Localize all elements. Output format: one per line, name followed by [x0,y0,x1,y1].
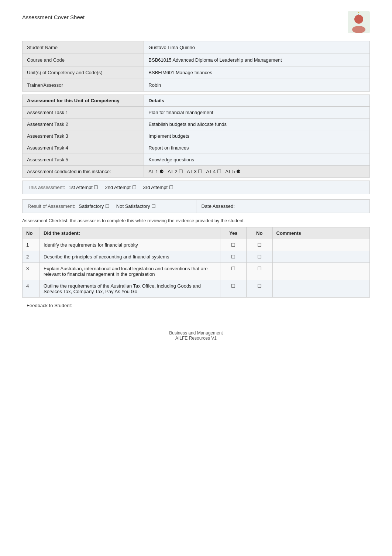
attempt2-label: 2nd Attempt ☐ [105,185,142,190]
checklist-text: Explain Australian, international and lo… [40,263,220,280]
at-conducted-label: Assessment conducted in this instance: [23,166,144,178]
result-label: Result of Assessment: [28,203,75,209]
checklist-text: Outline the requirements of the Australi… [40,280,220,298]
info-value: Gustavo Lima Quirino [144,41,370,54]
task-row: Assessment Task 3 Implement budgets [23,130,370,142]
at-item: AT 1 ⚈ [148,169,168,174]
at-item: AT 3 ☐ [187,169,206,174]
checklist-row: 1 Identify the requirements for financia… [23,239,370,251]
date-label: Date Assessed: [202,203,235,209]
col-header-no-col: No [246,227,272,239]
info-value: BSB61015 Advanced Diploma of Leadership … [144,54,370,66]
task-row: Assessment Task 4 Report on finances [23,142,370,154]
task-label: Assessment Task 4 [23,142,144,154]
info-row: Student Name Gustavo Lima Quirino [23,41,370,54]
checklist-yes: ☐ [220,239,247,251]
svg-point-1 [354,15,363,24]
checklist-comments [272,263,369,280]
info-label: Student Name [23,41,144,54]
attempt3-label: 3rd Attempt ☐ [143,185,173,190]
tasks-header-row: Assessment for this Unit of Competency D… [23,95,370,107]
col-header-yes: Yes [220,227,247,239]
task-label: Assessment Task 2 [23,119,144,130]
result-cell: Result of Assessment: Satisfactory ☐ Not… [23,200,196,213]
checklist-comments [272,251,369,263]
checklist-yes: ☐ [220,280,247,298]
task-row: Assessment Task 1 Plan for financial man… [23,107,370,119]
at-item: AT 2 ☐ [168,169,187,174]
task-row: Assessment Task 2 Establish budgets and … [23,119,370,130]
task-value: Plan for financial management [144,107,370,119]
info-label: Course and Code [23,54,144,66]
info-table: Student Name Gustavo Lima Quirino Course… [22,41,370,92]
svg-point-2 [352,26,365,33]
date-cell: Date Assessed: [196,200,370,213]
info-row: Course and Code BSB61015 Advanced Diplom… [23,54,370,66]
checklist-yes: ☐ [220,263,247,280]
tasks-header-value: Details [144,95,370,107]
at-item: AT 5 ⚈ [225,169,245,174]
info-row: Unit(s) of Competency and Code(s) BSBFIM… [23,66,370,79]
checklist-no-col: ☐ [246,280,272,298]
info-value: Robin [144,79,370,92]
checklist-note: Assessment Checklist: the assessor is to… [22,218,370,223]
task-label: Assessment Task 1 [23,107,144,119]
task-value: Implement budgets [144,130,370,142]
col-header-comments: Comments [272,227,369,239]
checklist-yes: ☐ [220,251,247,263]
feedback-label: Feedback to Student: [22,300,77,311]
info-value: BSBFIM601 Manage finances [144,66,370,79]
page-title: Assessment Cover Sheet [22,11,85,20]
attempt-section: This assessment: 1st Attempt ☐ 2nd Attem… [22,181,370,194]
attempt-cell-this: This assessment: 1st Attempt ☐ 2nd Attem… [23,181,369,194]
col-header-did: Did the student: [40,227,220,239]
at-row: Assessment conducted in this instance: A… [23,166,370,178]
checklist-table: No Did the student: Yes No Comments 1 Id… [22,227,370,298]
checklist-header-row: No Did the student: Yes No Comments [23,227,370,239]
col-header-no: No [23,227,40,239]
checklist-no: 2 [23,251,40,263]
header: Assessment Cover Sheet [22,11,370,34]
logo [348,11,370,34]
tasks-header-label: Assessment for this Unit of Competency [23,95,144,107]
at-items: AT 1 ⚈ AT 2 ☐ AT 3 ☐ AT 4 ☐ AT 5 ⚈ [144,166,370,178]
task-label: Assessment Task 3 [23,130,144,142]
satisfactory-option: Satisfactory ☐ [79,203,115,209]
checklist-text: Describe the principles of accounting an… [40,251,220,263]
this-assessment-label: This assessment: [28,185,65,190]
checklist-no: 3 [23,263,40,280]
task-value: Knowledge questions [144,154,370,166]
task-row: Assessment Task 5 Knowledge questions [23,154,370,166]
tasks-table: Assessment for this Unit of Competency D… [22,95,370,178]
checklist-no-col: ☐ [246,239,272,251]
result-section: Result of Assessment: Satisfactory ☐ Not… [22,199,370,213]
attempt1-label: 1st Attempt ☐ [69,185,104,190]
checklist-row: 3 Explain Australian, international and … [23,263,370,280]
info-label: Trainer/Assessor [23,79,144,92]
checklist-row: 4 Outline the requirements of the Austra… [23,280,370,298]
logo-icon [348,11,370,33]
checklist-comments [272,280,369,298]
feedback-section: Feedback to Student: [22,303,370,308]
checklist-no: 1 [23,239,40,251]
task-value: Establish budgets and allocate funds [144,119,370,130]
checklist-row: 2 Describe the principles of accounting … [23,251,370,263]
at-item: AT 4 ☐ [206,169,225,174]
footer: Business and Management AILFE Resources … [22,330,370,341]
task-value: Report on finances [144,142,370,154]
not-satisfactory-option: Not Satisfactory ☐ [116,203,156,209]
checklist-comments [272,239,369,251]
checklist-no-col: ☐ [246,251,272,263]
info-label: Unit(s) of Competency and Code(s) [23,66,144,79]
footer-line1: Business and Management [22,330,370,336]
task-label: Assessment Task 5 [23,154,144,166]
checklist-no: 4 [23,280,40,298]
checklist-no-col: ☐ [246,263,272,280]
info-row: Trainer/Assessor Robin [23,79,370,92]
checklist-text: Identify the requirements for financial … [40,239,220,251]
footer-line2: AILFE Resources V1 [22,336,370,341]
